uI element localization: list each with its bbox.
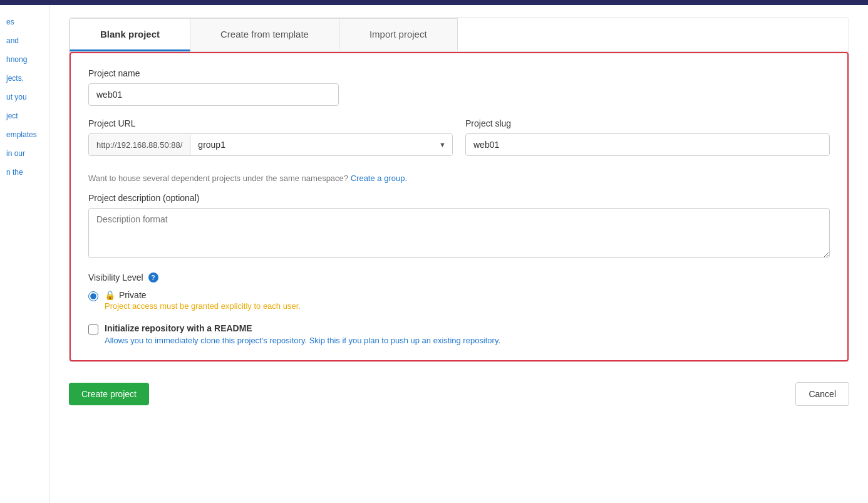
namespace-hint: Want to house several dependent projects… <box>88 174 830 183</box>
description-group: Project description (optional) <box>88 193 830 260</box>
readme-content: Initialize repository with a README Allo… <box>105 323 500 345</box>
readme-label[interactable]: Initialize repository with a README <box>105 323 500 333</box>
visibility-label-row: Visibility Level ? <box>88 272 830 283</box>
help-icon[interactable]: ? <box>148 272 158 283</box>
url-input-row: http://192.168.88.50:88/ group1 ▼ <box>88 133 453 156</box>
readme-desc: Allows you to immediately clone this pro… <box>105 336 500 345</box>
sidebar-text-9: n the <box>6 168 43 177</box>
visibility-private-label[interactable]: Private <box>119 290 147 300</box>
sidebar-text-7: emplates <box>6 130 43 139</box>
sidebar: es and hnong jects, ut you ject emplates… <box>0 5 50 503</box>
readme-section: Initialize repository with a README Allo… <box>88 323 830 345</box>
project-url-group: Project URL http://192.168.88.50:88/ gro… <box>88 118 453 156</box>
url-base: http://192.168.88.50:88/ <box>89 135 190 155</box>
readme-checkbox[interactable] <box>88 324 98 334</box>
top-bar <box>0 0 868 5</box>
project-slug-input[interactable] <box>465 133 830 156</box>
project-slug-label: Project slug <box>465 118 830 128</box>
url-select-wrapper: group1 ▼ <box>190 134 452 155</box>
sidebar-text-6: ject <box>6 111 43 120</box>
tab-import-project[interactable]: Import project <box>339 18 458 51</box>
tab-blank-project[interactable]: Blank project <box>70 18 190 51</box>
main-content: Blank project Create from template Impor… <box>50 5 868 503</box>
url-slug-row: Project URL http://192.168.88.50:88/ gro… <box>88 118 830 169</box>
sidebar-text-8: in our <box>6 149 43 158</box>
sidebar-text-3[interactable]: hnong <box>6 55 43 64</box>
form-panel: Project name Project URL http://192.168.… <box>70 52 849 361</box>
cancel-button[interactable]: Cancel <box>795 382 849 406</box>
visibility-section: Visibility Level ? 🔒 Private Project acc… <box>88 272 830 311</box>
sidebar-text-5: ut you <box>6 93 43 101</box>
tabs-container: Blank project Create from template Impor… <box>70 18 849 52</box>
sidebar-text-4: jects, <box>6 74 43 83</box>
sidebar-text-1[interactable]: es <box>6 18 43 26</box>
project-name-label: Project name <box>88 68 830 78</box>
form-actions: Create project Cancel <box>69 377 849 406</box>
tab-create-from-template[interactable]: Create from template <box>190 18 339 51</box>
url-namespace-select[interactable]: group1 <box>190 134 452 155</box>
visibility-private-option: 🔒 Private Project access must be granted… <box>88 290 830 311</box>
tabs-and-form: Blank project Create from template Impor… <box>69 18 849 362</box>
visibility-private-content: 🔒 Private Project access must be granted… <box>105 290 301 311</box>
project-url-label: Project URL <box>88 118 453 128</box>
description-label: Project description (optional) <box>88 193 830 203</box>
visibility-private-title-row: 🔒 Private <box>105 290 301 300</box>
sidebar-text-2[interactable]: and <box>6 36 43 45</box>
project-slug-group: Project slug <box>465 118 830 156</box>
visibility-private-radio[interactable] <box>88 291 98 301</box>
project-name-group: Project name <box>88 68 830 106</box>
lock-icon: 🔒 <box>105 290 115 300</box>
description-textarea[interactable] <box>88 208 830 258</box>
create-group-link[interactable]: Create a group. <box>351 174 407 183</box>
project-name-input[interactable] <box>88 83 339 106</box>
create-project-button[interactable]: Create project <box>69 383 149 405</box>
visibility-private-desc: Project access must be granted explicitl… <box>105 301 301 311</box>
visibility-level-label: Visibility Level <box>88 272 143 283</box>
